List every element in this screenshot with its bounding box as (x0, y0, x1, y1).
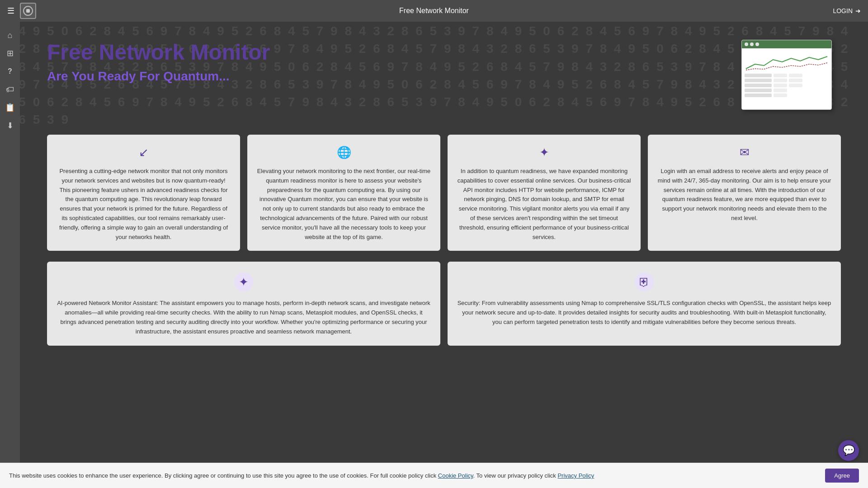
row-val-3 (774, 79, 787, 82)
chat-bubble-button[interactable]: 💬 (838, 440, 859, 461)
screenshot-row-4 (745, 89, 829, 92)
logo-inner (23, 6, 33, 16)
row-val-4 (789, 79, 802, 82)
cookie-main-text: This website uses cookies to enhance the… (9, 472, 438, 479)
features-grid-bottom: ✦ AI-powered Network Monitor Assistant: … (47, 262, 841, 345)
help-icon: ? (8, 67, 12, 75)
cookie-policy-link[interactable]: Cookie Policy (438, 472, 473, 479)
globe-icon: 🌐 (256, 145, 431, 160)
diamond-icon: ✦ (457, 145, 632, 160)
hero-text: Free Network Monitor Are You Ready For Q… (47, 40, 732, 84)
hero-section: Free Network Monitor Are You Ready For Q… (47, 40, 841, 117)
dashboard-icon: ⊞ (7, 48, 14, 58)
sidebar-item-tags[interactable]: 🏷 (2, 81, 18, 98)
screenshot-rows (745, 74, 829, 97)
logo-dot (26, 9, 30, 13)
row-val-2 (789, 74, 802, 77)
hero-screenshot (741, 40, 832, 110)
screenshot-row-2 (745, 79, 829, 82)
row-label-5 (745, 94, 772, 97)
features-grid-top: ↙ Presenting a cutting-edge network moni… (47, 135, 841, 251)
feature-card-network-monitor: ↙ Presenting a cutting-edge network moni… (47, 135, 240, 251)
feature-text-api-monitor: In addition to quantum readiness, we hav… (457, 167, 632, 242)
star-badge-icon: ✦ (234, 272, 253, 291)
logo[interactable] (20, 3, 36, 19)
cookie-banner: This website uses cookies to enhance the… (0, 463, 868, 488)
sidebar-item-help[interactable]: ? (2, 63, 18, 80)
hero-image (741, 40, 841, 117)
row-label-2 (745, 79, 772, 82)
feature-text-network-monitor: Presenting a cutting-edge network monito… (56, 167, 231, 242)
feature-text-ai-assistant: AI-powered Network Monitor Assistant: Th… (56, 299, 431, 336)
home-icon: ⌂ (8, 31, 13, 40)
row-val-8 (774, 94, 787, 97)
hero-title: Free Network Monitor (47, 40, 732, 65)
feature-card-api-monitor: ✦ In addition to quantum readiness, we h… (448, 135, 641, 251)
privacy-policy-link[interactable]: Privacy Policy (557, 472, 594, 479)
screenshot-header (742, 40, 831, 48)
login-button[interactable]: LOGIN ➜ (833, 7, 861, 14)
feature-card-security: ⛨ Security: From vulnerability assessmen… (448, 262, 841, 345)
login-label: LOGIN (833, 7, 853, 14)
feature-text-security: Security: From vulnerability assessments… (457, 299, 832, 327)
tags-icon: 🏷 (6, 85, 14, 94)
agree-button[interactable]: Agree (825, 469, 859, 483)
window-dot-3 (755, 42, 759, 46)
sidebar-item-bookmarks[interactable]: 📋 (2, 99, 18, 116)
row-val-6 (789, 84, 802, 87)
cookie-privacy-text: . To view our privacy policy click (473, 472, 558, 479)
sidebar: ⌂ ⊞ ? 🏷 📋 ⬇ (0, 22, 20, 488)
window-dot-2 (750, 42, 754, 46)
arrow-down-icon: ↙ (56, 145, 231, 160)
hero-subtitle: Are You Ready For Quantum... (47, 69, 732, 84)
row-label-3 (745, 84, 772, 87)
screenshot-row-1 (745, 74, 829, 77)
chart-area (745, 53, 829, 71)
cookie-text: This website uses cookies to enhance the… (9, 472, 816, 479)
feature-card-ai-assistant: ✦ AI-powered Network Monitor Assistant: … (47, 262, 440, 345)
row-label-4 (745, 89, 772, 92)
login-arrow-icon: ➜ (855, 7, 861, 14)
feature-card-quantum-monitor: 🌐 Elevating your network monitoring to t… (247, 135, 440, 251)
shield-security-icon: ⛨ (635, 272, 654, 291)
feature-text-email-monitor: Login with an email address to receive a… (657, 167, 832, 223)
email-icon: ✉ (657, 145, 832, 160)
row-val-1 (774, 74, 787, 77)
topbar-left: ☰ (7, 3, 36, 19)
chat-icon: 💬 (843, 445, 855, 456)
row-label-1 (745, 74, 772, 77)
feature-text-quantum-monitor: Elevating your network monitoring to the… (256, 167, 431, 242)
hamburger-menu-icon[interactable]: ☰ (7, 6, 14, 16)
screenshot-row-3 (745, 84, 829, 87)
feature-card-email-monitor: ✉ Login with an email address to receive… (648, 135, 841, 251)
download-icon: ⬇ (7, 121, 14, 131)
main-content: Free Network Monitor Are You Ready For Q… (20, 22, 868, 488)
screenshot-row-5 (745, 94, 829, 97)
window-dot-1 (745, 42, 748, 46)
chart-svg (745, 53, 829, 71)
sidebar-item-download[interactable]: ⬇ (2, 117, 18, 134)
bookmarks-icon: 📋 (5, 103, 15, 113)
sidebar-item-home[interactable]: ⌂ (2, 27, 18, 43)
sidebar-item-dashboard[interactable]: ⊞ (2, 45, 18, 61)
row-val-5 (774, 84, 787, 87)
topbar-title: Free Network Monitor (399, 7, 469, 15)
row-val-7 (774, 89, 787, 92)
topbar: ☰ Free Network Monitor LOGIN ➜ (0, 0, 868, 22)
screenshot-body (742, 48, 831, 109)
